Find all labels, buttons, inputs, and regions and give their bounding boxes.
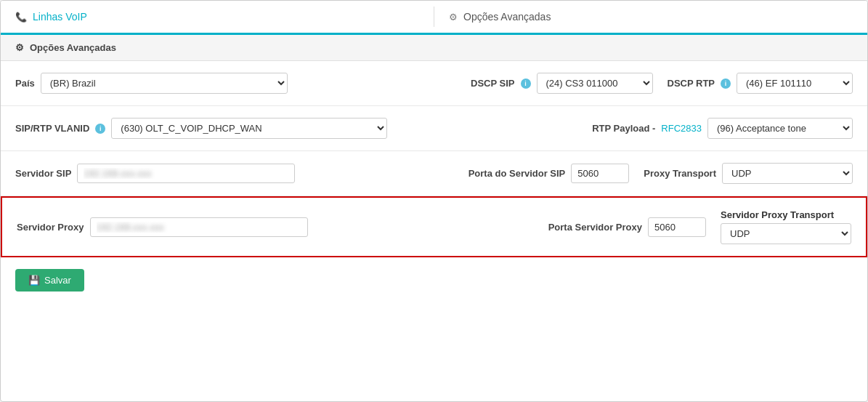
form-row-2: SIP/RTP VLANID i (630) OLT_C_VOIP_DHCP_W… [15,118,853,139]
group-servidor-proxy-transport: Servidor Proxy Transport UDPTCPTLS [721,209,851,244]
top-nav: 📞 Linhas VoIP ⚙ Opções Avançadas [1,1,867,35]
form-row-1: País (BR) Brazil(US) United States(AR) A… [15,73,853,94]
group-servidor-proxy: Servidor Proxy [17,217,308,237]
proxy-transport-select[interactable]: UDPTCPTLS [722,163,853,184]
vlan-label: SIP/RTP VLANID [15,123,89,134]
servidor-proxy-transport-select[interactable]: UDPTCPTLS [721,223,851,244]
section-title: Opções Avançadas [30,42,116,53]
tab2-label: Opções Avançadas [463,11,551,23]
save-button[interactable]: 💾 Salvar [15,269,84,292]
rtp-payload-link[interactable]: RFC2833 [661,123,702,134]
dscp-sip-select[interactable]: (24) CS3 011000(0) Default(46) EF 101110 [537,73,653,94]
save-label: Salvar [44,275,71,286]
section-gear-icon: ⚙ [15,42,24,53]
group-dscp-sip: DSCP SIP i (24) CS3 011000(0) Default(46… [471,73,652,94]
porta-proxy-label: Porta Servidor Proxy [548,222,642,233]
pais-select[interactable]: (BR) Brazil(US) United States(AR) Argent… [41,73,288,94]
porta-proxy-input[interactable]: 5060 [648,217,706,237]
sip-server-label: Servidor SIP [15,168,71,179]
dscp-rtp-label: DSCP RTP [668,78,715,89]
group-rtp-payload: RTP Payload - RFC2833 (96) Acceptance to… [592,118,853,139]
vlan-info-icon[interactable]: i [95,124,105,134]
rtp-payload-select[interactable]: (96) Acceptance tone(101) telephone-even… [707,118,853,139]
row-pais: País (BR) Brazil(US) United States(AR) A… [1,61,867,106]
pais-label: País [15,78,35,89]
form-row-4: Servidor Proxy Porta Servidor Proxy 5060… [17,209,851,244]
tab1-label: Linhas VoIP [33,11,87,23]
section-header: ⚙ Opções Avançadas [1,35,867,61]
dscp-sip-info-icon[interactable]: i [521,79,531,89]
servidor-proxy-label: Servidor Proxy [17,222,84,233]
main-window: 📞 Linhas VoIP ⚙ Opções Avançadas ⚙ Opçõe… [0,0,868,402]
vlan-select[interactable]: (630) OLT_C_VOIP_DHCP_WAN(100) VLAN_100(… [111,118,387,139]
phone-icon: 📞 [15,12,27,23]
group-sip-server: Servidor SIP [15,164,295,183]
form-row-3: Servidor SIP Porta do Servidor SIP 5060 … [15,163,853,184]
group-dscp-rtp: DSCP RTP i (46) EF 101110(0) Default(24)… [668,73,853,94]
rtp-payload-label: RTP Payload - [592,123,655,134]
tab-opcoes-avancadas[interactable]: ⚙ Opções Avançadas [434,1,867,35]
row-sip-server: Servidor SIP Porta do Servidor SIP 5060 … [1,151,867,196]
dscp-rtp-select[interactable]: (46) EF 101110(0) Default(24) CS3 011000 [737,73,853,94]
porta-sip-input[interactable]: 5060 [571,164,629,183]
proxy-transport-label: Proxy Transport [644,168,716,179]
content-area: ⚙ Opções Avançadas País (BR) Brazil(US) … [1,35,867,303]
save-icon: 💾 [28,275,40,286]
sip-server-input[interactable] [77,164,295,183]
group-porta-proxy: Porta Servidor Proxy 5060 [548,217,706,237]
servidor-proxy-transport-label: Servidor Proxy Transport [721,209,851,220]
porta-sip-label: Porta do Servidor SIP [469,168,566,179]
group-proxy-transport: Proxy Transport UDPTCPTLS [644,163,853,184]
save-section: 💾 Salvar [1,257,867,303]
group-vlan: SIP/RTP VLANID i (630) OLT_C_VOIP_DHCP_W… [15,118,387,139]
row-proxy-server: Servidor Proxy Porta Servidor Proxy 5060… [1,196,867,257]
group-porta-sip: Porta do Servidor SIP 5060 [469,164,630,183]
dscp-sip-label: DSCP SIP [471,78,514,89]
dscp-rtp-info-icon[interactable]: i [721,79,731,89]
tab-linhas-voip[interactable]: 📞 Linhas VoIP [1,1,434,35]
servidor-proxy-input[interactable] [90,217,308,237]
row-vlan: SIP/RTP VLANID i (630) OLT_C_VOIP_DHCP_W… [1,106,867,151]
group-pais: País (BR) Brazil(US) United States(AR) A… [15,73,288,94]
gear-icon-nav: ⚙ [449,12,458,23]
